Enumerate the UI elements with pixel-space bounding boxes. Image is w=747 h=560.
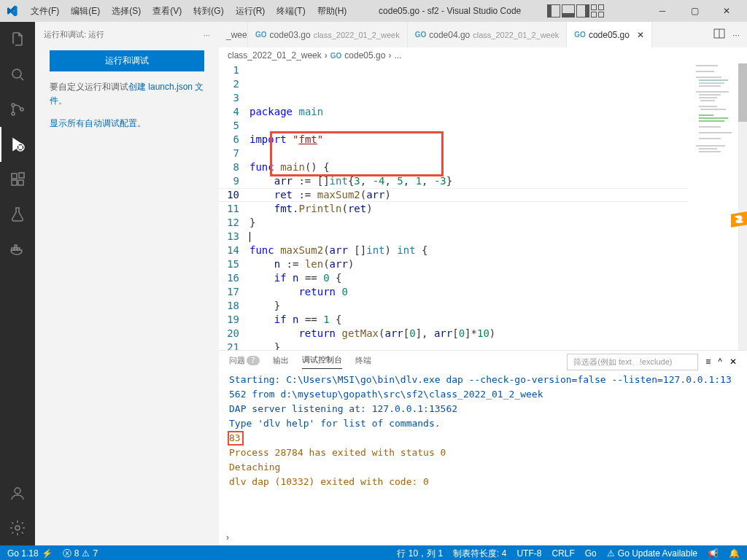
- run-debug-icon[interactable]: [0, 127, 35, 162]
- debug-console[interactable]: Starting: C:\Users\MSI\go\bin\dlv.exe da…: [219, 373, 747, 532]
- svg-rect-17: [696, 65, 718, 66]
- sublime-badge-icon[interactable]: [731, 211, 747, 232]
- panel-tab-terminal[interactable]: 终端: [355, 355, 371, 369]
- status-problems[interactable]: ⓧ8⚠7: [63, 548, 98, 560]
- svg-rect-34: [699, 138, 721, 139]
- debug-line: dlv dap (10332) exited with code: 0: [229, 475, 737, 489]
- svg-rect-32: [699, 126, 721, 128]
- tab-code05[interactable]: GOcode05.go✕: [567, 22, 652, 47]
- svg-rect-30: [699, 117, 728, 119]
- menu-goto[interactable]: 转到(G): [187, 2, 229, 20]
- close-button[interactable]: ✕: [712, 1, 741, 21]
- more-actions-icon[interactable]: ···: [732, 30, 740, 40]
- panel-maximize-icon[interactable]: ^: [718, 357, 722, 367]
- filter-settings-icon[interactable]: ≡: [705, 357, 711, 367]
- menu-help[interactable]: 帮助(H): [311, 2, 353, 20]
- status-eol[interactable]: CRLF: [551, 548, 574, 559]
- panel-close-icon[interactable]: ✕: [729, 357, 737, 367]
- split-editor-icon[interactable]: [713, 28, 725, 42]
- tab-code03[interactable]: GOcode03.goclass_2022_01_2_week: [248, 22, 408, 47]
- maximize-button[interactable]: ▢: [680, 1, 709, 21]
- panel-tabs: 问题7 输出 调试控制台 终端 筛选器(例如 text、!exclude) ≡ …: [219, 351, 747, 373]
- code-editor[interactable]: 123456789101112131415161718192021 packag…: [219, 63, 747, 350]
- editor-tabs: _week GOcode03.goclass_2022_01_2_week GO…: [219, 22, 747, 47]
- status-ln-col[interactable]: 行 10，列 1: [397, 548, 443, 560]
- explorer-icon[interactable]: [0, 22, 35, 57]
- status-feedback-icon[interactable]: 📢: [708, 548, 719, 559]
- debug-line: Type 'dlv help' for list of commands.: [229, 416, 737, 431]
- gutter: 123456789101112131415161718192021: [219, 63, 249, 350]
- panel-tab-problems[interactable]: 问题7: [229, 355, 260, 369]
- layout-panel-bottom-icon[interactable]: [562, 4, 575, 18]
- code-content[interactable]: package main import "fmt" func main() { …: [249, 63, 747, 350]
- menu-run[interactable]: 运行(R): [230, 2, 271, 20]
- run-debug-button[interactable]: 运行和调试: [50, 50, 204, 71]
- panel-tab-output[interactable]: 输出: [273, 355, 289, 369]
- scrollbar[interactable]: [738, 63, 747, 350]
- menu-terminal[interactable]: 终端(T): [271, 2, 311, 20]
- debug-line: Process 28784 has exited with status 0: [229, 446, 737, 460]
- close-tab-icon[interactable]: ✕: [637, 30, 644, 40]
- svg-rect-20: [699, 79, 728, 81]
- status-go-version[interactable]: Go 1.18 ⚡: [7, 548, 53, 559]
- minimize-button[interactable]: ─: [648, 1, 677, 21]
- sidebar-config-text: 要自定义运行和调试创建 launch.json 文件。: [35, 80, 219, 117]
- svg-point-2: [12, 112, 15, 115]
- testing-icon[interactable]: [0, 197, 35, 232]
- panel: 问题7 输出 调试控制台 终端 筛选器(例如 text、!exclude) ≡ …: [219, 350, 747, 545]
- svg-rect-26: [700, 100, 715, 101]
- debug-line: Starting: C:\Users\MSI\go\bin\dlv.exe da…: [229, 373, 737, 402]
- svg-rect-27: [699, 106, 717, 107]
- menu-file[interactable]: 文件(F): [25, 2, 65, 20]
- svg-rect-28: [700, 109, 726, 110]
- svg-rect-18: [696, 71, 714, 72]
- settings-icon[interactable]: [0, 510, 35, 545]
- minimap[interactable]: [694, 63, 738, 209]
- status-update[interactable]: ⚠Go Update Available: [607, 548, 697, 559]
- tab-code04[interactable]: GOcode04.goclass_2022_01_2_week: [408, 22, 568, 47]
- tab-week[interactable]: _week: [219, 22, 248, 47]
- scroll-right-icon[interactable]: ›: [219, 532, 747, 545]
- panel-tab-debug[interactable]: 调试控制台: [302, 354, 342, 369]
- svg-rect-33: [699, 132, 732, 133]
- source-control-icon[interactable]: [0, 92, 35, 127]
- svg-rect-8: [19, 173, 24, 178]
- debug-line: Detaching: [229, 460, 737, 475]
- status-encoding[interactable]: UTF-8: [516, 548, 541, 559]
- filter-input[interactable]: 筛选器(例如 text、!exclude): [567, 354, 698, 370]
- menu-edit[interactable]: 编辑(E): [65, 2, 106, 20]
- status-bell-icon[interactable]: 🔔: [729, 548, 740, 559]
- layout-sidebar-left-icon[interactable]: [547, 4, 560, 18]
- search-icon[interactable]: [0, 57, 35, 92]
- svg-point-13: [15, 488, 20, 494]
- svg-rect-23: [696, 91, 729, 93]
- sidebar-more-icon[interactable]: ···: [204, 31, 210, 39]
- window-title: code05.go - sf2 - Visual Studio Code: [352, 6, 547, 16]
- svg-rect-7: [18, 180, 23, 185]
- show-all-configs-link[interactable]: 显示所有自动调试配置: [50, 118, 137, 128]
- menu-view[interactable]: 查看(V): [147, 2, 187, 20]
- layout-sidebar-right-icon[interactable]: [576, 4, 589, 18]
- svg-rect-31: [699, 120, 724, 122]
- accounts-icon[interactable]: [0, 475, 35, 510]
- docker-icon[interactable]: [0, 232, 35, 267]
- go-file-icon: GO: [574, 31, 586, 39]
- debug-output-result: 83: [229, 431, 737, 446]
- breadcrumb[interactable]: class_2022_01_2_week › GOcode05.go › ...: [219, 47, 747, 63]
- svg-rect-35: [696, 145, 725, 147]
- svg-rect-19: [696, 77, 721, 78]
- svg-rect-25: [699, 97, 717, 98]
- menu-select[interactable]: 选择(S): [106, 2, 147, 20]
- go-file-icon: GO: [255, 31, 267, 39]
- statusbar: Go 1.18 ⚡ ⓧ8⚠7 行 10，列 1 制表符长度: 4 UTF-8 C…: [0, 545, 747, 560]
- extensions-icon[interactable]: [0, 162, 35, 197]
- titlebar: 文件(F) 编辑(E) 选择(S) 查看(V) 转到(G) 运行(R) 终端(T…: [0, 0, 747, 22]
- activitybar: [0, 22, 35, 545]
- status-lang[interactable]: Go: [585, 548, 597, 559]
- layout-customize-icon[interactable]: [591, 4, 604, 18]
- status-tabsize[interactable]: 制表符长度: 4: [453, 548, 506, 560]
- sidebar: 运行和调试: 运行 ··· 运行和调试 要自定义运行和调试创建 launch.j…: [35, 22, 219, 545]
- svg-rect-21: [699, 82, 724, 84]
- svg-point-0: [12, 69, 21, 78]
- highlight-box-output: [228, 431, 244, 446]
